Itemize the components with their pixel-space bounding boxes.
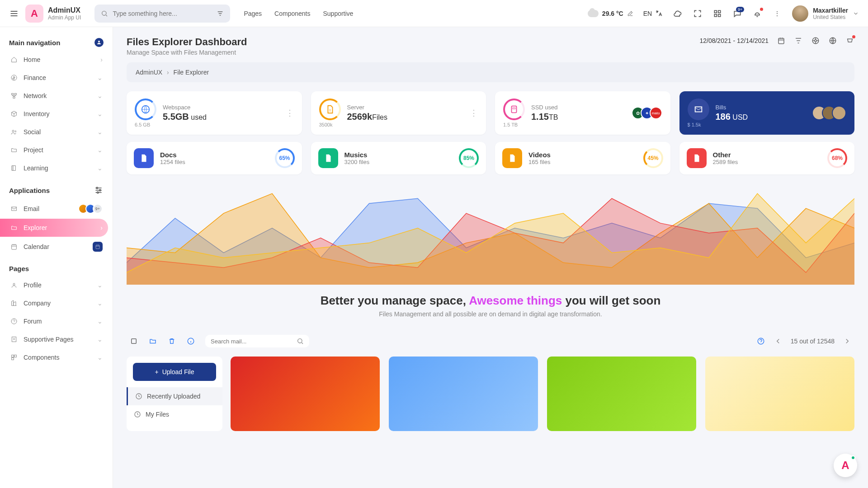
apps-grid-icon[interactable] [712, 9, 722, 19]
brand-name: AdminUX [48, 6, 81, 14]
globe-settings-icon[interactable] [828, 36, 837, 45]
more-icon[interactable]: ⋮ [470, 108, 478, 118]
type-count: 165 files [528, 159, 551, 165]
chevron-icon: › [100, 56, 103, 63]
sidebar-item-supportive-pages[interactable]: Supportive Pages ⌄ [5, 330, 108, 348]
settings-icon[interactable] [94, 185, 104, 195]
sidebar-item-profile[interactable]: Profile ⌄ [5, 276, 108, 294]
topnav-supportive[interactable]: Supportive [323, 10, 353, 17]
stat-label: Bills [716, 104, 748, 111]
sidebar-item-email[interactable]: Email9+ [5, 199, 108, 219]
hero-subtitle: Files Management and all possible are on… [127, 310, 854, 318]
stat-card-ssd-used[interactable]: 1.5 TB SSD used 1.15TB ✿✦mato [495, 91, 670, 135]
chevron-icon: › [100, 224, 103, 231]
chevron-icon: ⌄ [97, 146, 103, 154]
folder-icon[interactable] [148, 337, 157, 346]
type-card-musics[interactable]: Musics 3200 files 85% [311, 142, 486, 174]
type-card-docs[interactable]: Docs 1254 files 65% [127, 142, 302, 174]
file-thumb[interactable] [547, 357, 696, 431]
user-icon[interactable] [94, 38, 104, 47]
sidebar-item-home[interactable]: Home › [5, 51, 108, 69]
svg-point-19 [11, 319, 17, 324]
global-search[interactable] [94, 5, 230, 23]
sidebar-item-network[interactable]: Network ⌄ [5, 87, 108, 105]
forum-icon [10, 317, 18, 325]
delete-icon[interactable] [167, 337, 176, 346]
sidebar-item-learning[interactable]: Learning ⌄ [5, 159, 108, 177]
file-thumb[interactable] [389, 357, 538, 431]
svg-rect-7 [12, 94, 14, 95]
notification-dot [760, 8, 763, 11]
cloud-sync-icon[interactable] [673, 9, 683, 19]
edit-icon[interactable] [627, 10, 633, 17]
date-range[interactable]: 12/08/2021 - 12/14/2021 [699, 37, 769, 44]
chevron-icon: ⌄ [97, 164, 103, 172]
stat-card-bills[interactable]: $ 1.5k Bills 186 USD [679, 91, 855, 135]
fab-dot [851, 455, 855, 460]
file-thumb[interactable] [705, 357, 854, 431]
search-input[interactable] [113, 10, 212, 17]
stat-card-webspace[interactable]: 6.5 GB Webspace 5.5GB used ⋮ [127, 91, 302, 135]
chevron-icon: ⌄ [97, 354, 103, 361]
filter-icon[interactable] [217, 10, 224, 17]
svg-rect-4 [718, 14, 721, 16]
more-icon[interactable]: ⋮ [772, 9, 782, 19]
files-search-input[interactable] [211, 338, 297, 345]
topnav-components[interactable]: Components [274, 10, 310, 17]
stat-value: 5.5GB used [163, 112, 207, 122]
sidebar-item-explorer[interactable]: Explorer› [0, 219, 108, 237]
comp-icon [10, 353, 18, 361]
stat-label: Webspace [163, 104, 207, 111]
files-side-item[interactable]: My Files [127, 405, 222, 423]
file-thumb[interactable] [231, 357, 380, 431]
sidebar-item-project[interactable]: Project ⌄ [5, 141, 108, 159]
page-title: Files Explorer Dashboard [127, 36, 247, 48]
help-icon[interactable] [756, 337, 765, 346]
stat-value: 1.15TB [531, 112, 558, 122]
crumb-root[interactable]: AdminUX [136, 69, 162, 76]
files-grid [231, 357, 854, 431]
sidebar-item-finance[interactable]: Finance ⌄ [5, 69, 108, 87]
sidebar-item-forum[interactable]: Forum ⌄ [5, 312, 108, 330]
files-side-item[interactable]: Recently Uploaded [127, 387, 222, 405]
network-icon [10, 92, 18, 100]
svg-rect-16 [12, 244, 17, 249]
mail-icon [10, 205, 18, 213]
stat-sub: 6.5 GB [135, 122, 156, 127]
sidebar-item-label: Social [24, 128, 41, 136]
menu-toggle[interactable] [9, 9, 19, 19]
support-icon[interactable] [811, 36, 820, 45]
calendar-icon[interactable] [777, 36, 786, 45]
sidebar-item-calendar[interactable]: Calendar [5, 237, 108, 257]
fullscreen-icon[interactable] [693, 9, 703, 19]
info-icon[interactable] [186, 337, 195, 346]
svg-point-10 [12, 130, 14, 132]
sidebar-item-components[interactable]: Components ⌄ [5, 348, 108, 366]
svg-rect-22 [14, 355, 17, 357]
brand[interactable]: A AdminUX Admin App UI [25, 5, 81, 23]
select-all-icon[interactable] [129, 337, 138, 346]
messages-icon[interactable]: 9+ [732, 9, 742, 19]
sidebar-item-company[interactable]: Company ⌄ [5, 294, 108, 312]
box-icon [10, 110, 18, 118]
upload-button[interactable]: + Upload File [133, 363, 216, 381]
filter-icon[interactable] [794, 36, 803, 45]
next-icon[interactable] [843, 337, 852, 346]
stat-sub: $ 1.5k [688, 122, 709, 127]
bell-icon[interactable] [752, 9, 762, 19]
type-card-other[interactable]: Other 2589 files 68% [679, 142, 855, 174]
sidebar-item-inventory[interactable]: Inventory ⌄ [5, 105, 108, 123]
prev-icon[interactable] [774, 337, 783, 346]
more-icon[interactable]: ⋮ [286, 108, 294, 118]
lang-switcher[interactable]: EN [643, 9, 663, 18]
svg-rect-29 [512, 106, 517, 113]
files-search[interactable] [205, 335, 309, 347]
sidebar-item-social[interactable]: Social ⌄ [5, 123, 108, 141]
fab-button[interactable]: A [834, 454, 857, 477]
explorer-icon [10, 224, 18, 232]
type-card-videos[interactable]: Videos 165 files 45% [495, 142, 670, 174]
cart-icon[interactable] [845, 36, 854, 45]
stat-card-server[interactable]: 3500k Server 2569kFiles ⋮ [311, 91, 486, 135]
topnav-pages[interactable]: Pages [244, 10, 262, 17]
user-menu[interactable]: Maxartkiller United States [792, 5, 859, 22]
